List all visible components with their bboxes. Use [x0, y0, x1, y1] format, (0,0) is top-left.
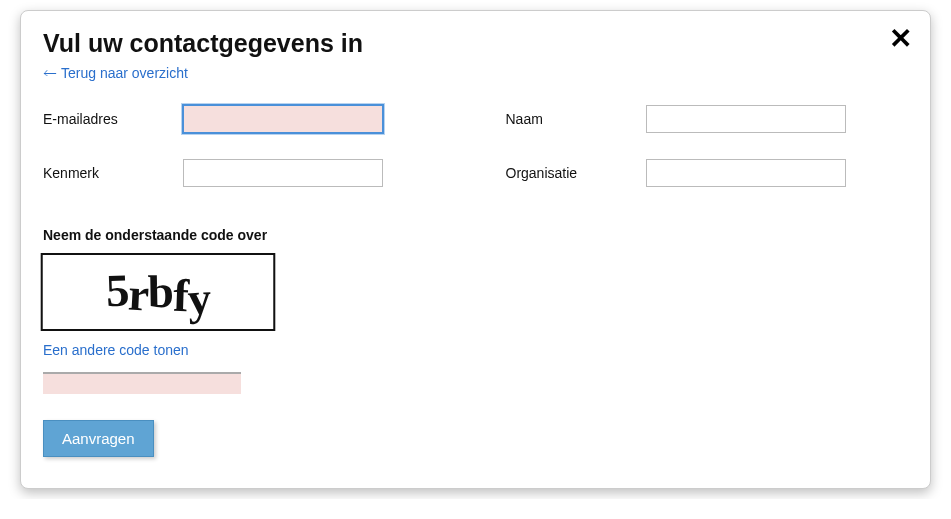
form-row-kenmerk: Kenmerk: [43, 159, 446, 187]
arrow-left-icon: 🡐: [43, 65, 57, 81]
contact-modal: ✕ Vul uw contactgegevens in 🡐 Terug naar…: [20, 10, 931, 489]
form-row-organisatie: Organisatie: [506, 159, 909, 187]
close-icon[interactable]: ✕: [889, 25, 912, 53]
email-label: E-mailadres: [43, 111, 183, 127]
naam-label: Naam: [506, 111, 646, 127]
back-link-label: Terug naar overzicht: [61, 65, 188, 81]
captcha-refresh-link[interactable]: Een andere code tonen: [43, 342, 189, 358]
form-grid: E-mailadres Naam Kenmerk Organisatie: [43, 105, 908, 187]
captcha-image: 5rbfy: [41, 253, 276, 331]
captcha-input[interactable]: [43, 372, 241, 394]
email-field[interactable]: [183, 105, 383, 133]
captcha-instruction: Neem de onderstaande code over: [43, 227, 908, 243]
form-row-naam: Naam: [506, 105, 909, 133]
back-link[interactable]: 🡐 Terug naar overzicht: [43, 65, 188, 81]
kenmerk-field[interactable]: [183, 159, 383, 187]
submit-button[interactable]: Aanvragen: [43, 420, 154, 457]
kenmerk-label: Kenmerk: [43, 165, 183, 181]
organisatie-label: Organisatie: [506, 165, 646, 181]
form-row-email: E-mailadres: [43, 105, 446, 133]
modal-title: Vul uw contactgegevens in: [43, 29, 908, 58]
organisatie-field[interactable]: [646, 159, 846, 187]
captcha-section: Neem de onderstaande code over 5rbfy Een…: [43, 227, 908, 457]
naam-field[interactable]: [646, 105, 846, 133]
